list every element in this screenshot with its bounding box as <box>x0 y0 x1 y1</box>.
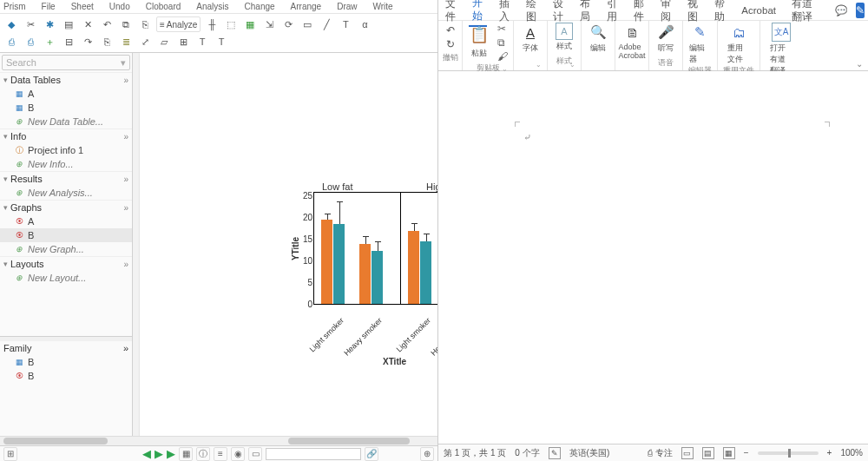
dialog-launcher-icon[interactable]: ⌄ <box>569 61 575 69</box>
analyze-button[interactable]: ≡ Analyze <box>156 16 201 32</box>
format-icon[interactable]: ⬚ <box>223 16 239 32</box>
data-table-b[interactable]: ▦B <box>0 101 132 115</box>
chart-type-icon[interactable]: ╫ <box>204 16 220 32</box>
section-data-tables[interactable]: ▾Data Tables» <box>0 72 132 87</box>
collapse-ribbon-icon[interactable]: ⌄ <box>851 57 868 70</box>
copy-icon[interactable]: ⧉ <box>118 16 134 32</box>
redo-icon[interactable]: ↷ <box>80 34 95 49</box>
redo-icon[interactable]: ↻ <box>443 38 458 50</box>
family-b-graph[interactable]: ⦿B <box>0 369 132 383</box>
menu-item[interactable]: File <box>42 2 56 11</box>
dictate-button[interactable]: 🎤听写 <box>654 23 677 54</box>
zoom-in-icon[interactable]: + <box>827 448 832 458</box>
cut-icon[interactable]: ✂ <box>497 23 508 35</box>
draw-line-icon[interactable]: ╱ <box>319 16 334 32</box>
menu-item[interactable]: Prism <box>3 2 26 11</box>
document-area[interactable]: ⤶ <box>438 71 868 444</box>
undo-icon[interactable]: ↶ <box>99 16 115 32</box>
tab-acrobat[interactable]: Acrobat <box>738 3 779 18</box>
text-italic-icon[interactable]: T <box>214 34 229 49</box>
search-input[interactable]: Search▾ <box>2 55 130 70</box>
view-info-icon[interactable]: ⓘ <box>196 447 210 461</box>
play-icon[interactable]: ▶ <box>155 447 163 460</box>
youdao-button[interactable]: 文A打开有道翻译 <box>770 23 792 76</box>
print-layout-icon[interactable]: ▤ <box>702 447 714 459</box>
scrollbar-thumb[interactable] <box>3 438 108 445</box>
color-icon[interactable]: ▦ <box>242 16 258 32</box>
new-data-table[interactable]: ⊕New Data Table... <box>0 115 132 128</box>
expand-icon[interactable]: ⤢ <box>137 34 153 49</box>
section-info[interactable]: ▾Info» <box>0 128 132 143</box>
save-as-icon[interactable]: ⎙ <box>23 34 38 49</box>
rotate-icon[interactable]: ⟳ <box>280 16 296 32</box>
chevron-right-icon[interactable]: » <box>123 76 128 85</box>
zoom-slider[interactable] <box>758 451 819 455</box>
web-layout-icon[interactable]: ▦ <box>723 447 735 459</box>
next-icon[interactable]: ▶ <box>167 447 175 460</box>
paste-icon[interactable]: ⎘ <box>137 16 153 32</box>
editing-button[interactable]: 🔍编辑 <box>587 23 609 54</box>
graph-a[interactable]: ⦿A <box>0 214 132 228</box>
menu-item[interactable]: Change <box>245 2 275 11</box>
menu-item[interactable]: Undo <box>109 2 130 11</box>
text-alpha-icon[interactable]: α <box>357 16 372 32</box>
graph-b[interactable]: ⦿B <box>0 228 132 242</box>
paste-button[interactable]: 📋粘贴 <box>468 23 490 63</box>
dialog-launcher-icon[interactable]: ⌄ <box>536 61 542 69</box>
view-table-icon[interactable]: ▦ <box>179 447 193 461</box>
save-icon[interactable]: ⎙ <box>3 34 19 49</box>
add-icon[interactable]: ＋ <box>42 34 57 49</box>
dropdown-icon[interactable]: ▾ <box>121 57 126 69</box>
focus-mode[interactable]: ⎙专注 <box>648 447 673 459</box>
section-family[interactable]: Family» <box>0 341 132 355</box>
group-icon[interactable]: ⊞ <box>175 34 191 49</box>
view-layout-icon[interactable]: ▭ <box>248 447 262 461</box>
menu-item[interactable]: Cloboard <box>146 2 181 11</box>
copy-icon[interactable]: ⧉ <box>497 36 508 49</box>
language-status[interactable]: 英语(美国) <box>569 447 610 459</box>
word-count[interactable]: 0 个字 <box>515 447 539 459</box>
comments-icon[interactable]: 💬 <box>835 3 847 18</box>
page-count[interactable]: 第 1 页，共 1 页 <box>444 447 506 459</box>
draw-rect-icon[interactable]: ▭ <box>299 16 315 32</box>
styles-button[interactable]: A样式 <box>553 23 575 52</box>
new-sheet-icon[interactable]: ▤ <box>61 16 76 32</box>
menu-item[interactable]: Analysis <box>196 2 228 11</box>
view-results-icon[interactable]: ≡ <box>214 447 227 461</box>
new-info[interactable]: ⊕New Info... <box>0 157 132 171</box>
text-bold-icon[interactable]: T <box>194 34 210 49</box>
sheet-selector[interactable] <box>266 448 361 460</box>
delete-icon[interactable]: ✕ <box>80 16 95 32</box>
horizontal-scrollbar[interactable] <box>0 436 437 445</box>
adobe-button[interactable]: 🗎Adobe Acrobat <box>621 23 643 60</box>
data-table-a[interactable]: ▦A <box>0 87 132 101</box>
link-icon[interactable]: 🔗 <box>365 447 378 461</box>
share-button[interactable]: ✎ <box>856 3 865 18</box>
gear-icon[interactable]: ✱ <box>42 16 57 32</box>
section-results[interactable]: ▾Results» <box>0 171 132 186</box>
scissors-icon[interactable]: ✂ <box>23 16 38 32</box>
add-row-icon[interactable]: ⊞ <box>3 447 17 461</box>
editor-button[interactable]: ✎编辑器 <box>689 23 712 65</box>
spellcheck-icon[interactable]: ✎ <box>549 447 561 459</box>
project-info-1[interactable]: ⓘProject info 1 <box>0 143 132 157</box>
zoom-icon[interactable]: ⊕ <box>420 447 434 461</box>
new-analysis[interactable]: ⊕New Analysis... <box>0 186 132 200</box>
scrollbar-thumb[interactable] <box>288 438 410 445</box>
section-graphs[interactable]: ▾Graphs» <box>0 200 132 214</box>
view-graph-icon[interactable]: ◉ <box>231 447 245 461</box>
reuse-files-button[interactable]: 🗂重用文件 <box>727 23 750 65</box>
menu-item[interactable]: Write <box>373 2 393 11</box>
section-layouts[interactable]: ▾Layouts» <box>0 256 132 271</box>
zoom-level[interactable]: 100% <box>840 448 863 458</box>
read-mode-icon[interactable]: ▭ <box>681 447 694 459</box>
format-painter-icon[interactable]: 🖌 <box>497 50 508 63</box>
clipboard-icon[interactable]: ⎘ <box>99 34 115 49</box>
new-graph[interactable]: ⊕New Graph... <box>0 242 132 256</box>
new-layout[interactable]: ⊕New Layout... <box>0 271 132 285</box>
zoom-out-icon[interactable]: − <box>744 448 749 458</box>
remove-icon[interactable]: ⊟ <box>61 34 76 49</box>
align-icon[interactable]: ⇲ <box>261 16 277 32</box>
analyze-2-icon[interactable]: ≣ <box>118 34 134 49</box>
prev-icon[interactable]: ◀ <box>142 447 151 460</box>
